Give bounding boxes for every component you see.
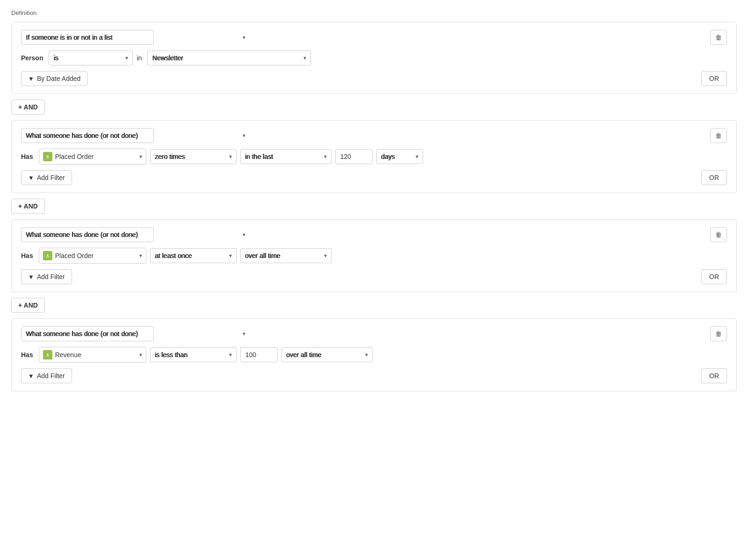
- list-select-wrapper: Newsletter VIP Subscribers Newsletter: [147, 50, 311, 65]
- event-select-3-wrapper[interactable]: Placed Order ▾ Placed Order Viewed Produ…: [39, 248, 146, 264]
- and-button-1[interactable]: + AND: [11, 100, 45, 115]
- condition-block-1: If someone is in or not in a list What s…: [11, 22, 737, 94]
- number-input-2[interactable]: 120: [335, 149, 373, 164]
- time-3-wrapper: over all time in the last before after o…: [240, 248, 331, 263]
- in-label: in: [137, 54, 142, 62]
- filter-icon-2: ▼: [28, 174, 34, 181]
- filter-icon-4: ▼: [28, 373, 34, 380]
- time-4-select[interactable]: over all time in the last before after: [281, 347, 373, 362]
- delete-block-1-button[interactable]: 🗑: [710, 30, 727, 45]
- has-label-4: Has: [21, 351, 33, 359]
- person-label: Person: [21, 54, 43, 62]
- unit-2-wrapper: days weeks months days: [376, 149, 423, 164]
- event-select-4-wrapper[interactable]: Revenue ▾ Revenue Placed Order Viewed Pr…: [39, 347, 146, 363]
- add-filter-2-label: Add Filter: [37, 174, 65, 181]
- condition-block-3: What someone has done (or not done) If s…: [11, 219, 737, 292]
- has-label-3: Has: [21, 252, 33, 259]
- frequency-4-wrapper: is less than is greater than is equal to…: [150, 347, 237, 362]
- by-date-added-button[interactable]: ▼ By Date Added: [21, 71, 87, 86]
- add-filter-2-button[interactable]: ▼ Add Filter: [21, 170, 72, 185]
- delete-block-4-button[interactable]: 🗑: [710, 326, 727, 341]
- frequency-3-select[interactable]: at least once zero times exactly more th…: [150, 248, 237, 263]
- condition-type-2-wrapper: What someone has done (or not done) If s…: [21, 128, 250, 143]
- number-input-4[interactable]: 100: [240, 347, 278, 362]
- delete-block-3-button[interactable]: 🗑: [710, 227, 727, 242]
- add-filter-4-label: Add Filter: [37, 372, 65, 380]
- condition-type-4-wrapper: What someone has done (or not done) If s…: [21, 326, 250, 341]
- and-button-3[interactable]: + AND: [11, 298, 45, 313]
- condition-block-4: What someone has done (or not done) If s…: [11, 318, 737, 391]
- frequency-4-select[interactable]: is less than is greater than is equal to…: [150, 347, 237, 362]
- or-button-2[interactable]: OR: [701, 170, 727, 185]
- frequency-2-select[interactable]: zero times at least once exactly more th…: [150, 149, 237, 164]
- add-filter-3-button[interactable]: ▼ Add Filter: [21, 269, 72, 284]
- definition-section: Definition If someone is in or not in a …: [11, 9, 737, 391]
- condition-type-3-select[interactable]: What someone has done (or not done) If s…: [21, 227, 154, 242]
- and-connector-1: + AND: [11, 94, 737, 120]
- has-label-2: Has: [21, 153, 33, 160]
- time-2-select[interactable]: in the last over all time before after: [240, 149, 331, 164]
- is-select[interactable]: is is not: [49, 50, 133, 65]
- condition-type-1-wrapper: If someone is in or not in a list What s…: [21, 30, 250, 45]
- and-connector-2: + AND: [11, 193, 737, 219]
- condition-type-3-wrapper: What someone has done (or not done) If s…: [21, 227, 250, 242]
- and-button-2[interactable]: + AND: [11, 199, 45, 214]
- by-date-added-label: By Date Added: [37, 75, 80, 82]
- time-2-wrapper: in the last over all time before after i…: [240, 149, 331, 164]
- and-connector-3: + AND: [11, 292, 737, 318]
- frequency-3-wrapper: at least once zero times exactly more th…: [150, 248, 237, 263]
- unit-2-select[interactable]: days weeks months: [376, 149, 423, 164]
- is-select-wrapper: is is not is: [49, 50, 133, 65]
- filter-icon-3: ▼: [28, 273, 34, 280]
- frequency-2-wrapper: zero times at least once exactly more th…: [150, 149, 237, 164]
- time-4-wrapper: over all time in the last before after o…: [281, 347, 373, 362]
- event-select-2-wrapper[interactable]: Placed Order ▾ Placed Order Viewed Produ…: [39, 149, 146, 165]
- or-button-3[interactable]: OR: [701, 269, 727, 284]
- filter-icon-1: ▼: [28, 75, 34, 82]
- condition-type-4-select[interactable]: What someone has done (or not done) If s…: [21, 326, 154, 341]
- condition-block-2: What someone has done (or not done) If s…: [11, 120, 737, 193]
- add-filter-3-label: Add Filter: [37, 273, 65, 280]
- or-button-4[interactable]: OR: [701, 368, 727, 383]
- delete-block-2-button[interactable]: 🗑: [710, 128, 727, 143]
- condition-type-2-select[interactable]: What someone has done (or not done) If s…: [21, 128, 154, 143]
- definition-label: Definition: [11, 9, 737, 16]
- condition-type-1-select[interactable]: If someone is in or not in a list What s…: [21, 30, 154, 45]
- or-button-1[interactable]: OR: [701, 71, 727, 86]
- add-filter-4-button[interactable]: ▼ Add Filter: [21, 368, 72, 383]
- time-3-select[interactable]: over all time in the last before after: [240, 248, 331, 263]
- list-select[interactable]: Newsletter VIP Subscribers: [147, 50, 311, 65]
